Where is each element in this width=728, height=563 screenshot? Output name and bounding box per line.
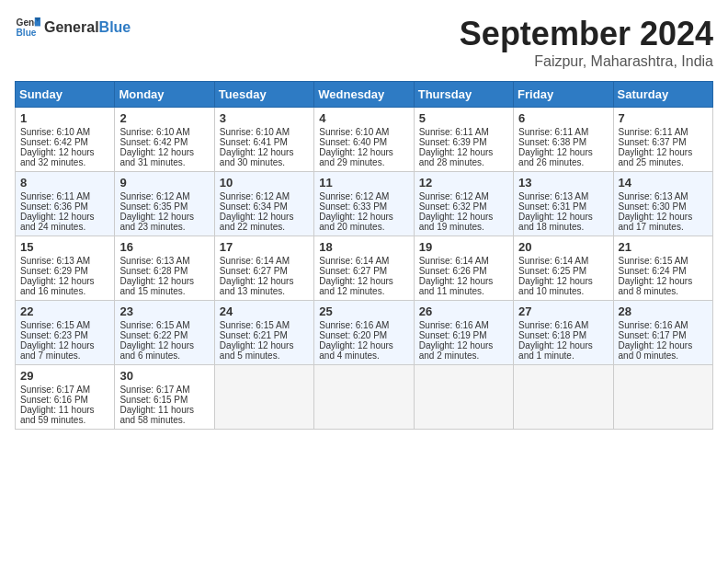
day-number: 11 (319, 176, 408, 190)
daylight-label: Daylight: 12 hours and 8 minutes. (619, 276, 693, 296)
sunset-text: Sunset: 6:32 PM (419, 201, 487, 212)
sunset-text: Sunset: 6:20 PM (319, 330, 387, 340)
sunrise-text: Sunrise: 6:11 AM (20, 191, 90, 201)
sunrise-text: Sunrise: 6:12 AM (220, 191, 290, 201)
sunset-text: Sunset: 6:21 PM (220, 330, 288, 340)
day-number: 17 (220, 240, 309, 254)
day-number: 5 (419, 111, 508, 125)
daylight-label: Daylight: 12 hours and 15 minutes. (119, 276, 194, 296)
day-number: 12 (419, 176, 508, 190)
day-number: 25 (319, 304, 408, 318)
sunrise-text: Sunrise: 6:10 AM (220, 127, 290, 137)
table-row (314, 365, 414, 430)
daylight-label: Daylight: 11 hours and 59 minutes. (20, 405, 95, 425)
table-row: 27 Sunrise: 6:16 AM Sunset: 6:18 PM Dayl… (514, 301, 613, 365)
table-row (613, 365, 712, 430)
table-row: 24 Sunrise: 6:15 AM Sunset: 6:21 PM Dayl… (214, 301, 313, 365)
table-row: 5 Sunrise: 6:11 AM Sunset: 6:39 PM Dayli… (414, 108, 513, 172)
daylight-label: Daylight: 12 hours and 30 minutes. (220, 147, 294, 167)
day-number: 10 (220, 176, 309, 190)
sunset-text: Sunset: 6:42 PM (119, 137, 188, 147)
sunrise-text: Sunrise: 6:16 AM (419, 320, 489, 330)
daylight-label: Daylight: 12 hours and 18 minutes. (518, 212, 593, 232)
sunrise-text: Sunrise: 6:10 AM (20, 127, 90, 137)
table-row (414, 365, 513, 430)
sunset-text: Sunset: 6:40 PM (319, 137, 387, 147)
sunset-text: Sunset: 6:16 PM (20, 395, 88, 405)
daylight-label: Daylight: 12 hours and 32 minutes. (20, 147, 95, 167)
sunset-text: Sunset: 6:39 PM (419, 137, 487, 147)
day-number: 8 (20, 176, 109, 190)
daylight-label: Daylight: 12 hours and 22 minutes. (220, 212, 294, 232)
col-sunday: Sunday (16, 82, 115, 108)
calendar-table: Sunday Monday Tuesday Wednesday Thursday… (15, 81, 713, 430)
table-row: 4 Sunrise: 6:10 AM Sunset: 6:40 PM Dayli… (314, 108, 414, 172)
sunset-text: Sunset: 6:26 PM (419, 266, 487, 276)
day-number: 3 (220, 111, 309, 125)
daylight-label: Daylight: 12 hours and 19 minutes. (419, 212, 494, 232)
daylight-label: Daylight: 12 hours and 16 minutes. (20, 276, 95, 296)
day-number: 24 (220, 304, 309, 318)
day-number: 9 (119, 176, 209, 190)
daylight-label: Daylight: 12 hours and 6 minutes. (119, 340, 194, 361)
generalblue-logo-icon: General Blue (15, 15, 40, 40)
table-row: 9 Sunrise: 6:12 AM Sunset: 6:35 PM Dayli… (115, 172, 214, 236)
sunset-text: Sunset: 6:18 PM (518, 330, 586, 340)
sunset-text: Sunset: 6:15 PM (119, 395, 188, 405)
day-number: 13 (518, 176, 608, 190)
sunrise-text: Sunrise: 6:14 AM (220, 256, 290, 266)
day-number: 22 (20, 304, 109, 318)
sunset-text: Sunset: 6:42 PM (20, 137, 88, 147)
daylight-label: Daylight: 12 hours and 25 minutes. (619, 147, 693, 167)
sunrise-text: Sunrise: 6:10 AM (319, 127, 389, 137)
sunrise-text: Sunrise: 6:15 AM (619, 256, 688, 266)
table-row: 20 Sunrise: 6:14 AM Sunset: 6:25 PM Dayl… (514, 236, 613, 301)
daylight-label: Daylight: 12 hours and 1 minute. (518, 340, 593, 361)
day-number: 2 (119, 111, 209, 125)
day-number: 29 (20, 369, 109, 383)
daylight-label: Daylight: 12 hours and 29 minutes. (319, 147, 393, 167)
sunset-text: Sunset: 6:36 PM (20, 201, 88, 212)
svg-text:Blue: Blue (17, 28, 37, 38)
daylight-label: Daylight: 12 hours and 12 minutes. (319, 276, 393, 296)
daylight-label: Daylight: 12 hours and 11 minutes. (419, 276, 494, 296)
daylight-label: Daylight: 12 hours and 20 minutes. (319, 212, 393, 232)
header-row: Sunday Monday Tuesday Wednesday Thursday… (16, 82, 713, 108)
day-number: 21 (619, 240, 708, 254)
daylight-label: Daylight: 12 hours and 24 minutes. (20, 212, 95, 232)
day-number: 18 (319, 240, 408, 254)
day-number: 16 (119, 240, 209, 254)
table-row: 19 Sunrise: 6:14 AM Sunset: 6:26 PM Dayl… (414, 236, 513, 301)
day-number: 26 (419, 304, 508, 318)
table-row: 30 Sunrise: 6:17 AM Sunset: 6:15 PM Dayl… (115, 365, 214, 430)
sunrise-text: Sunrise: 6:12 AM (419, 191, 489, 201)
logo-general-text: General (44, 19, 99, 35)
day-number: 28 (619, 304, 708, 318)
sunset-text: Sunset: 6:25 PM (518, 266, 586, 276)
daylight-label: Daylight: 12 hours and 28 minutes. (419, 147, 494, 167)
day-number: 1 (20, 111, 109, 125)
day-number: 27 (518, 304, 608, 318)
sunrise-text: Sunrise: 6:12 AM (319, 191, 389, 201)
daylight-label: Daylight: 12 hours and 7 minutes. (20, 340, 95, 361)
table-row: 23 Sunrise: 6:15 AM Sunset: 6:22 PM Dayl… (115, 301, 214, 365)
sunrise-text: Sunrise: 6:17 AM (119, 385, 189, 395)
day-number: 23 (119, 304, 209, 318)
sunrise-text: Sunrise: 6:12 AM (119, 191, 189, 201)
table-row: 26 Sunrise: 6:16 AM Sunset: 6:19 PM Dayl… (414, 301, 513, 365)
table-row: 3 Sunrise: 6:10 AM Sunset: 6:41 PM Dayli… (214, 108, 313, 172)
table-row: 15 Sunrise: 6:13 AM Sunset: 6:29 PM Dayl… (16, 236, 115, 301)
table-row: 22 Sunrise: 6:15 AM Sunset: 6:23 PM Dayl… (16, 301, 115, 365)
sunrise-text: Sunrise: 6:14 AM (319, 256, 389, 266)
table-row: 21 Sunrise: 6:15 AM Sunset: 6:24 PM Dayl… (613, 236, 712, 301)
col-wednesday: Wednesday (314, 82, 414, 108)
col-friday: Friday (514, 82, 613, 108)
table-row: 7 Sunrise: 6:11 AM Sunset: 6:37 PM Dayli… (613, 108, 712, 172)
day-number: 7 (619, 111, 708, 125)
sunset-text: Sunset: 6:33 PM (319, 201, 387, 212)
title-area: September 2024 Faizpur, Maharashtra, Ind… (460, 15, 713, 70)
col-thursday: Thursday (414, 82, 513, 108)
sunrise-text: Sunrise: 6:15 AM (119, 320, 189, 330)
daylight-label: Daylight: 12 hours and 4 minutes. (319, 340, 393, 361)
sunrise-text: Sunrise: 6:14 AM (419, 256, 489, 266)
